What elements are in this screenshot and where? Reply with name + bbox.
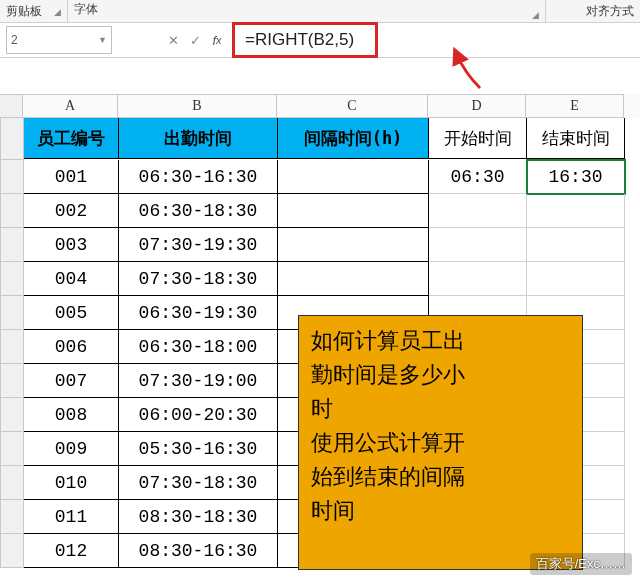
data-row: 001 06:30-16:30 06:30 16:30 [0, 160, 640, 194]
annotation-line: 使用公式计算开 [311, 426, 570, 460]
cell[interactable]: 001 [24, 160, 119, 194]
ribbon-font-label: 字体 [68, 1, 104, 20]
clipboard-dialog-launcher[interactable]: ◢ [48, 7, 67, 19]
header-row: 员工编号 出勤时间 间隔时间(h) 开始时间 结束时间 [0, 118, 640, 160]
cell[interactable]: 06:30-18:00 [119, 330, 278, 364]
cell[interactable] [278, 160, 429, 194]
ribbon-alignment-label: 对齐方式 [546, 3, 640, 22]
row-header[interactable] [0, 194, 24, 228]
row-header[interactable] [0, 228, 24, 262]
ribbon-clipboard-label: 剪贴板 [0, 3, 48, 22]
select-all-corner[interactable] [0, 94, 23, 118]
col-header-A[interactable]: A [23, 94, 118, 118]
cell[interactable]: 06:30-16:30 [119, 160, 278, 194]
row-header[interactable] [0, 160, 24, 194]
col-header-E[interactable]: E [526, 94, 624, 118]
cell[interactable]: 06:30-19:30 [119, 296, 278, 330]
row-header[interactable] [0, 466, 24, 500]
cell[interactable]: 010 [24, 466, 119, 500]
cell[interactable]: 012 [24, 534, 119, 568]
cell[interactable]: 002 [24, 194, 119, 228]
name-box-dropdown-icon[interactable]: ▼ [98, 35, 107, 45]
cell[interactable]: 07:30-19:30 [119, 228, 278, 262]
cell[interactable]: 08:30-18:30 [119, 500, 278, 534]
cell[interactable] [527, 228, 625, 262]
cell[interactable]: 07:30-18:30 [119, 262, 278, 296]
cell[interactable] [429, 194, 527, 228]
cell[interactable]: 009 [24, 432, 119, 466]
row-header[interactable] [0, 432, 24, 466]
active-cell[interactable]: 16:30 [527, 160, 625, 194]
cell[interactable]: 06:30 [429, 160, 527, 194]
annotation-line: 时 [311, 392, 570, 426]
fx-button[interactable]: fx [206, 27, 228, 53]
cell[interactable]: 004 [24, 262, 119, 296]
ribbon-group-labels: 剪贴板 ◢ 字体 ◢ 对齐方式 [0, 0, 640, 23]
name-box[interactable]: 2 ▼ [6, 26, 112, 54]
column-headers: A B C D E [0, 94, 640, 118]
annotation-line: 如何计算员工出 [311, 324, 570, 358]
col-header-C[interactable]: C [277, 94, 428, 118]
row-header[interactable] [0, 500, 24, 534]
formula-input[interactable]: =RIGHT(B2,5) [232, 22, 378, 58]
annotation-box: 如何计算员工出 勤时间是多少小 时 使用公式计算开 始到结束的间隔 时间 [298, 315, 583, 570]
accept-formula-button[interactable]: ✓ [184, 27, 206, 53]
cell[interactable] [527, 262, 625, 296]
annotation-line: 勤时间是多少小 [311, 358, 570, 392]
cell[interactable] [429, 228, 527, 262]
col-header-D[interactable]: D [428, 94, 526, 118]
cancel-formula-button[interactable]: ✕ [162, 27, 184, 53]
col-header-B[interactable]: B [118, 94, 277, 118]
cell[interactable]: 08:30-16:30 [119, 534, 278, 568]
cell[interactable]: 07:30-19:00 [119, 364, 278, 398]
cell[interactable] [527, 194, 625, 228]
font-dialog-launcher[interactable]: ◢ [526, 10, 545, 22]
watermark: 百家号/Exc…… [530, 553, 632, 575]
cell[interactable]: 005 [24, 296, 119, 330]
header-cell[interactable]: 结束时间 [527, 118, 625, 159]
data-row: 004 07:30-18:30 [0, 262, 640, 296]
data-row: 003 07:30-19:30 [0, 228, 640, 262]
cell[interactable] [278, 262, 429, 296]
cell[interactable]: 07:30-18:30 [119, 466, 278, 500]
formula-bar: 2 ▼ ✕ ✓ fx =RIGHT(B2,5) [0, 23, 640, 58]
row-header[interactable] [0, 262, 24, 296]
header-cell[interactable]: 出勤时间 [119, 118, 278, 159]
cell[interactable]: 003 [24, 228, 119, 262]
data-row: 002 06:30-18:30 [0, 194, 640, 228]
row-header[interactable] [0, 534, 24, 568]
name-box-value: 2 [11, 33, 18, 47]
cell[interactable]: 06:00-20:30 [119, 398, 278, 432]
cell[interactable] [429, 262, 527, 296]
row-header[interactable] [0, 364, 24, 398]
header-cell[interactable]: 开始时间 [429, 118, 527, 159]
annotation-line: 时间 [311, 494, 570, 528]
cell[interactable]: 006 [24, 330, 119, 364]
row-header[interactable] [0, 330, 24, 364]
cell[interactable]: 011 [24, 500, 119, 534]
annotation-arrow [455, 53, 485, 96]
header-cell[interactable]: 间隔时间(h) [278, 118, 429, 159]
cell[interactable]: 007 [24, 364, 119, 398]
header-cell[interactable]: 员工编号 [24, 118, 119, 159]
cell[interactable] [278, 194, 429, 228]
cell[interactable]: 05:30-16:30 [119, 432, 278, 466]
cell[interactable]: 06:30-18:30 [119, 194, 278, 228]
cell[interactable] [278, 228, 429, 262]
formula-text: =RIGHT(B2,5) [245, 30, 354, 50]
annotation-line: 始到结束的间隔 [311, 460, 570, 494]
row-header[interactable] [0, 118, 24, 160]
cell[interactable]: 008 [24, 398, 119, 432]
row-header[interactable] [0, 398, 24, 432]
row-header[interactable] [0, 296, 24, 330]
